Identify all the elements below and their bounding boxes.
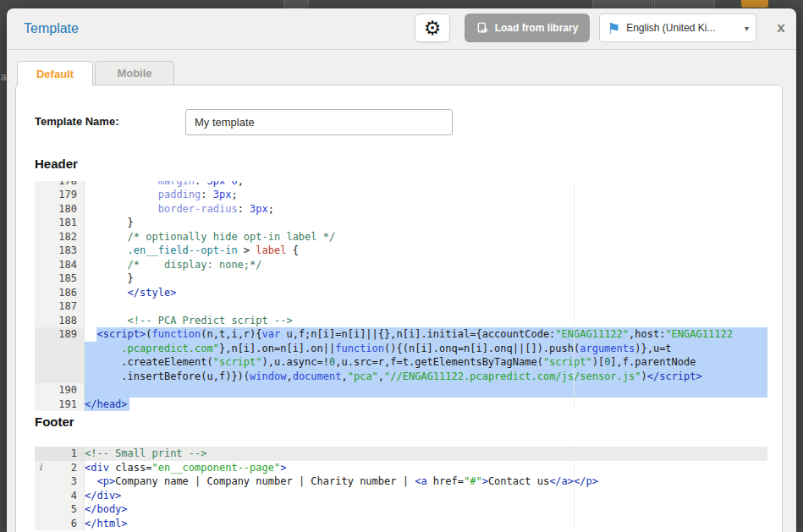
code-token: ) <box>641 370 647 384</box>
code-line[interactable]: 1<!-- Small print --> <box>35 447 767 461</box>
code-text[interactable]: <script>(function(n,t,i,r){var u,f;n[i]=… <box>85 327 767 342</box>
code-token: arguments <box>580 342 635 356</box>
close-button[interactable]: x <box>766 14 796 42</box>
line-number[interactable]: 183 <box>35 244 85 258</box>
code-line[interactable]: 181 } <box>35 216 767 230</box>
code-line[interactable]: 191</head> <box>35 398 767 412</box>
line-number[interactable]: 184 <box>35 258 85 272</box>
line-number[interactable] <box>35 342 85 356</box>
code-text[interactable]: </style> <box>85 286 767 300</box>
line-number[interactable]: 181 <box>35 216 85 230</box>
line-number[interactable]: 179 <box>35 188 85 202</box>
code-token: function <box>151 328 201 340</box>
code-token: )},u=t <box>635 342 671 356</box>
code-token: </div> <box>85 489 121 503</box>
line-number[interactable]: 190 <box>35 383 85 398</box>
code-text[interactable]: .insertBefore(u,f)})(window,document,"pc… <box>85 370 767 384</box>
line-number[interactable]: 182 <box>35 230 85 244</box>
code-line[interactable]: 189 <script>(function(n,t,i,r){var u,f;n… <box>35 327 767 342</box>
settings-button[interactable]: ⚙ <box>415 14 450 42</box>
code-line[interactable]: 180 border-radius: 3px; <box>35 202 767 217</box>
code-token: ),u.async=! <box>262 355 329 370</box>
backdrop-fragment <box>283 0 309 8</box>
code-token: ,host: <box>629 328 665 340</box>
load-from-library-button[interactable]: Load from library <box>465 14 590 42</box>
template-modal: Template ⚙ Load from library ⚑ English (… <box>7 8 796 532</box>
code-text[interactable]: </body> <box>85 502 767 517</box>
code-token: { <box>286 244 298 258</box>
line-number[interactable]: 189 <box>35 327 85 342</box>
code-token: <div <box>85 461 109 475</box>
code-line[interactable]: 190 <box>35 383 767 398</box>
code-text[interactable]: .pcapredict.com"},n[i].on=n[i].on||funct… <box>85 342 767 356</box>
screen: a Template ⚙ Load from library ⚑ English… <box>0 0 803 532</box>
line-number[interactable]: 180 <box>35 202 85 217</box>
code-text[interactable]: .createElement("script"),u.async=!0,u.sr… <box>85 355 767 370</box>
language-select[interactable]: ⚑ English (United Ki... ▾ <box>599 14 756 42</box>
code-line[interactable]: 178 margin: 3px 0; <box>35 181 767 188</box>
line-number[interactable] <box>35 355 85 370</box>
line-number[interactable]: 3 <box>35 474 85 489</box>
code-token: padding <box>158 188 201 202</box>
code-text[interactable]: </div> <box>85 489 767 503</box>
code-text[interactable]: padding: 3px; <box>85 188 767 202</box>
code-line[interactable]: .insertBefore(u,f)})(window,document,"pc… <box>35 370 767 384</box>
code-line[interactable]: 186 </style> <box>35 286 767 300</box>
code-text[interactable] <box>85 299 767 314</box>
code-text[interactable]: } <box>85 271 767 286</box>
code-token <box>85 258 128 272</box>
code-line[interactable]: 185 } <box>35 271 767 286</box>
code-line[interactable]: 3 <p>Company name | Company number | Cha… <box>35 474 767 489</box>
code-token: , <box>341 370 347 384</box>
code-line[interactable]: 184 /* display: none;*/ <box>35 258 767 272</box>
code-token: </body> <box>85 502 128 517</box>
code-text[interactable]: <div class="en__component--page"> <box>85 461 767 475</box>
code-text[interactable]: </head> <box>85 398 767 412</box>
tab-default[interactable]: Default <box>17 61 93 85</box>
line-number[interactable]: 178 <box>35 181 85 188</box>
code-line[interactable]: i2<div class="en__component--page"> <box>35 461 767 475</box>
code-text[interactable]: /* optionally hide opt-in label */ <box>85 230 767 244</box>
line-number[interactable]: 191 <box>35 398 85 412</box>
code-text[interactable]: } <box>85 216 767 230</box>
code-text[interactable]: /* display: none;*/ <box>85 258 767 272</box>
code-text[interactable]: border-radius: 3px; <box>85 202 767 217</box>
line-number[interactable]: 185 <box>35 271 85 286</box>
code-line[interactable]: 4</div> <box>35 489 767 503</box>
code-line[interactable]: 179 padding: 3px; <box>35 188 767 202</box>
code-text[interactable]: .en__field--opt-in > label { <box>85 244 767 258</box>
code-token: var <box>262 328 281 340</box>
line-number[interactable]: 5 <box>35 502 85 517</box>
footer-code-editor[interactable]: 1<!-- Small print -->i2<div class="en__c… <box>35 447 767 530</box>
code-line[interactable]: 187 <box>35 299 767 314</box>
code-line[interactable]: 5</body> <box>35 502 767 517</box>
template-name-input[interactable] <box>185 109 453 135</box>
line-number[interactable]: 1 <box>35 447 85 461</box>
line-number[interactable]: 4 <box>35 489 85 503</box>
code-text[interactable]: <p>Company name | Company number | Chari… <box>85 474 767 489</box>
line-number[interactable]: i2 <box>35 461 85 475</box>
code-line[interactable]: 182 /* optionally hide opt-in label */ <box>35 230 767 244</box>
code-token: </script> <box>647 370 702 384</box>
code-line[interactable]: 188 <!-- PCA Predict script --> <box>35 314 767 328</box>
code-text[interactable]: </html> <box>85 517 767 531</box>
line-number[interactable]: 186 <box>35 286 85 300</box>
code-token: ; <box>238 181 244 188</box>
tab-mobile[interactable]: Mobile <box>95 61 174 85</box>
code-text[interactable]: <!-- PCA Predict script --> <box>85 314 767 328</box>
line-number[interactable]: 6 <box>35 517 85 531</box>
code-line[interactable]: 6</html> <box>35 517 767 531</box>
line-number[interactable]: 187 <box>35 299 85 314</box>
code-text[interactable]: margin: 3px 0; <box>85 181 767 188</box>
code-token: </html> <box>85 517 128 531</box>
code-line[interactable]: 183 .en__field--opt-in > label { <box>35 244 767 258</box>
code-line[interactable]: .pcapredict.com"},n[i].on=n[i].on||funct… <box>35 342 767 356</box>
header-code-editor[interactable]: 178 margin: 3px 0;179 padding: 3px;180 b… <box>35 181 767 411</box>
code-text[interactable]: <!-- Small print --> <box>85 447 767 461</box>
code-line[interactable]: .createElement("script"),u.async=!0,u.sr… <box>35 355 767 370</box>
line-number[interactable] <box>35 370 85 384</box>
code-token: /* display: none;*/ <box>128 258 262 272</box>
code-token: },n[i].on=n[i].on|| <box>219 342 335 356</box>
line-number[interactable]: 188 <box>35 314 85 328</box>
code-text[interactable] <box>85 383 767 398</box>
